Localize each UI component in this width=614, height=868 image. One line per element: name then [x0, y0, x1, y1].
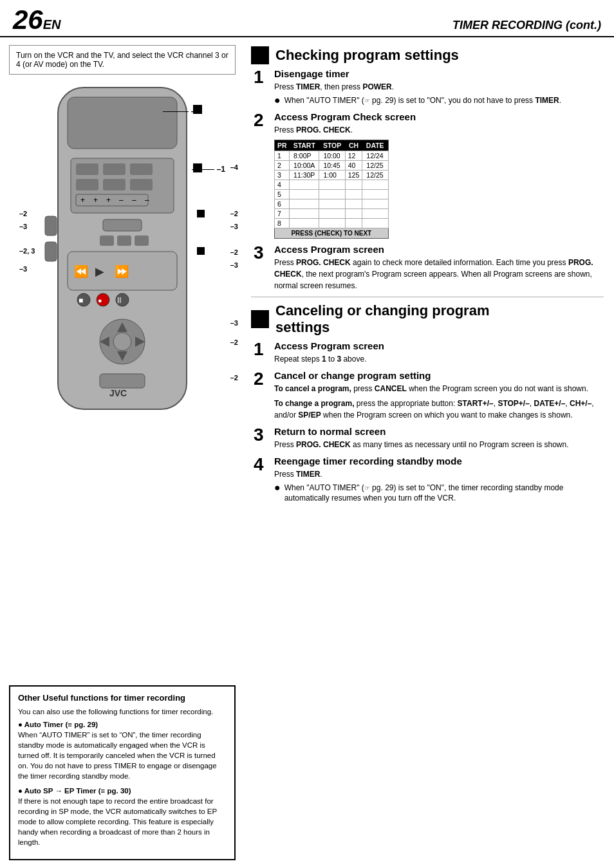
svg-rect-19: [135, 235, 149, 246]
section2-black-square: [251, 310, 269, 328]
svg-rect-8: [130, 179, 153, 190]
s2-step4-body: Press TIMER.: [274, 468, 604, 480]
svg-rect-7: [103, 179, 126, 190]
remote-marker-2b: [197, 210, 205, 217]
bottom-box-title: Other Useful functions for timer recordi…: [18, 693, 227, 703]
s2-step3-number: 3: [254, 426, 266, 450]
s2-step1-number: 1: [254, 340, 266, 365]
svg-text:●: ●: [98, 297, 102, 304]
remote-marker-1: [193, 105, 202, 114]
svg-text:■: ■: [79, 296, 83, 305]
step1-title: Disengage timer: [274, 68, 604, 79]
program-table: PR START STOP CH DATE 1 8:00P 10: [274, 140, 389, 239]
svg-rect-3: [76, 163, 98, 175]
svg-rect-17: [100, 235, 114, 246]
bottom-box-intro: You can also use the following functions…: [18, 706, 227, 717]
svg-text:–: –: [132, 196, 136, 205]
svg-text:▶: ▶: [95, 265, 104, 278]
intro-text: Turn on the VCR and the TV, and select t…: [16, 51, 228, 69]
s2-step1-body: Repeat steps 1 to 3 above.: [274, 353, 604, 365]
table-footer: PRESS (CHECK) TO NEXT: [275, 228, 389, 238]
remote-marker-1b: [193, 163, 202, 172]
s2-step2-number: 2: [254, 370, 266, 421]
table-row: 6: [275, 199, 389, 208]
svg-rect-36: [100, 374, 145, 388]
section1-step1: 1 Disengage timer Press TIMER, then pres…: [251, 68, 604, 106]
svg-text:JVC: JVC: [109, 388, 127, 398]
svg-rect-18: [117, 235, 131, 246]
section2-header: Canceling or changing program settings: [251, 302, 604, 337]
section2-title: Canceling or changing program settings: [275, 302, 489, 337]
page-title: TIMER RECORDING (cont.): [452, 19, 601, 32]
intro-box: Turn on the VCR and the TV, and select t…: [9, 45, 236, 75]
remote-label-3c: –3: [230, 223, 238, 230]
s2-step3-body: Press PROG. CHECK as many times as neces…: [274, 439, 604, 450]
remote-label-3b: –3: [19, 265, 27, 273]
svg-rect-38: [45, 216, 57, 235]
s2-step2-body-change: To change a program, press the appropria…: [274, 398, 604, 421]
s2-step1-title: Access Program screen: [274, 340, 604, 351]
table-row: 7: [275, 208, 389, 218]
remote-label-3e: –3: [230, 319, 238, 327]
step2-number: 2: [254, 111, 266, 239]
section1-step3: 3 Access Program screen Press PROG. CHEC…: [251, 244, 604, 291]
s2-step2-title: Cancel or change program setting: [274, 370, 604, 381]
step2-title: Access Program Check screen: [274, 111, 604, 122]
table-footer-row: PRESS (CHECK) TO NEXT: [275, 228, 389, 238]
remote-label-3a: –3: [19, 223, 27, 230]
section1-black-square: [251, 46, 269, 64]
step2-content: Access Program Check screen Press PROG. …: [274, 111, 604, 239]
svg-text:+: +: [80, 196, 85, 205]
svg-text:+: +: [93, 196, 98, 205]
remote-label-2b: –2: [230, 210, 238, 217]
bullet-dot-2: ●: [274, 483, 281, 504]
s2-step2-body-cancel: To cancel a program, press CANCEL when t…: [274, 383, 604, 394]
auto-sp-ep-title: ● Auto SP → EP Timer (≡ pg. 30): [18, 787, 227, 795]
svg-rect-1: [68, 97, 177, 149]
step3-title: Access Program screen: [274, 244, 604, 255]
svg-text:–: –: [119, 196, 124, 205]
section1-title: Checking program settings: [275, 47, 459, 64]
page-header: 26EN TIMER RECORDING (cont.): [0, 0, 614, 37]
s2-step4-number: 4: [254, 456, 266, 504]
remote-svg: + + + – – –: [39, 81, 206, 416]
table-row: 8: [275, 218, 389, 228]
auto-sp-ep-section: ● Auto SP → EP Timer (≡ pg. 30) If there…: [18, 787, 227, 847]
remote-label-2e: –2: [230, 374, 238, 382]
svg-rect-5: [130, 163, 153, 175]
step1-bullet-text: When "AUTO TIMER" (☞ pg. 29) is set to "…: [284, 95, 561, 106]
remote-label-2a: –2: [19, 210, 27, 217]
remote-label-4: –4: [230, 163, 238, 171]
section-divider: [251, 297, 604, 297]
section1-step2: 2 Access Program Check screen Press PROG…: [251, 111, 604, 239]
s2-step3-title: Return to normal screen: [274, 426, 604, 437]
section2-step3: 3 Return to normal screen Press PROG. CH…: [251, 426, 604, 450]
step1-body: Press TIMER, then press POWER.: [274, 81, 604, 93]
s2-step4-bullet-text: When "AUTO TIMER" (☞ pg. 29) is set to "…: [284, 483, 604, 504]
s2-step4-content: Reengage timer recording standby mode Pr…: [274, 456, 604, 504]
table-row: 1 8:00P 10:00 12 12/24: [275, 151, 389, 160]
svg-rect-39: [45, 242, 57, 261]
remote-label-2d: –2: [230, 338, 238, 346]
step2-body: Press PROG. CHECK.: [274, 124, 604, 136]
section2-step1: 1 Access Program screen Repeat steps 1 t…: [251, 340, 604, 365]
s2-step3-content: Return to normal screen Press PROG. CHEC…: [274, 426, 604, 450]
remote-illustration: + + + – – –: [9, 81, 236, 680]
svg-rect-6: [76, 179, 98, 190]
left-column: Turn on the VCR and the TV, and select t…: [0, 37, 245, 868]
svg-text:⏪: ⏪: [74, 264, 89, 279]
bullet-dot: ●: [274, 95, 281, 106]
remote-marker-2c: [197, 247, 205, 255]
s2-step4-title: Reengage timer recording standby mode: [274, 456, 604, 466]
svg-rect-16: [103, 219, 142, 231]
step1-number: 1: [254, 68, 266, 106]
s2-step4-bullet: ● When "AUTO TIMER" (☞ pg. 29) is set to…: [274, 483, 604, 504]
section1-header: Checking program settings: [251, 46, 604, 64]
page-number: 26EN: [13, 6, 61, 33]
svg-rect-9: [76, 194, 148, 206]
svg-rect-4: [103, 163, 126, 175]
step3-number: 3: [254, 244, 266, 291]
step1-bullet: ● When "AUTO TIMER" (☞ pg. 29) is set to…: [274, 95, 604, 106]
table-row: 3 11:30P 1:00 125 12/25: [275, 170, 389, 180]
remote-label-3d: –3: [230, 261, 238, 269]
